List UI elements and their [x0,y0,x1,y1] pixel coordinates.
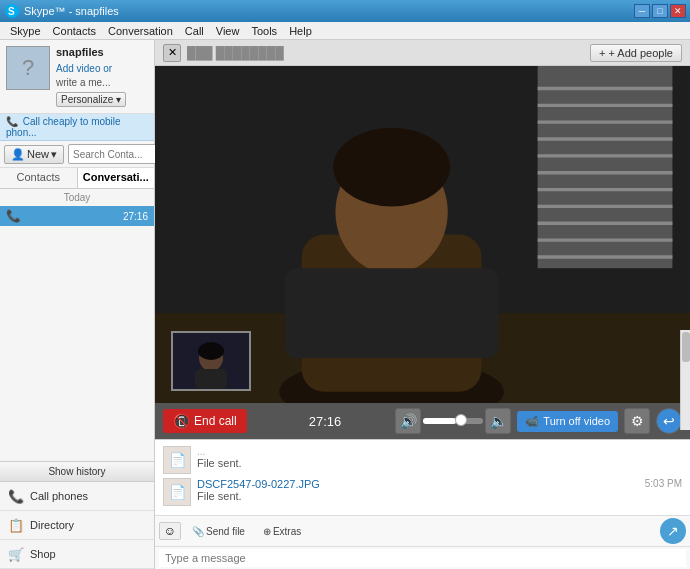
add-video-links: Add video or write a me... [56,61,126,89]
call-controls: 📵 End call 27:16 🔊 🔈 📹 Turn off video ⚙ … [155,403,690,439]
menu-call[interactable]: Call [179,24,210,38]
volume-control: 🔊 🔈 [395,408,511,434]
call-phones-icon: 📞 [8,488,24,504]
svg-point-24 [198,342,224,360]
conversation-item[interactable]: 📞 27:16 [0,206,154,226]
menu-view[interactable]: View [210,24,246,38]
tab-contacts[interactable]: Contacts [0,168,78,188]
shop-label: Shop [30,548,56,560]
window-buttons: ─ □ ✕ [634,4,686,18]
chat-message-2: 📄 DSCF2547-09-0227.JPG File sent. 5:03 P… [163,476,682,508]
chat-toolbar: ☺ 📎 Send file ⊕ Extras ↗ [155,516,690,547]
chat-messages: 📄 ... File sent. 📄 DSCF2547-09-0227.JPG … [155,440,690,515]
today-label: Today [0,189,154,206]
call-phones-label: Call phones [30,490,88,502]
person-add-icon: 👤 [11,148,25,161]
turn-off-video-button[interactable]: 📹 Turn off video [517,411,618,432]
chat-input-wrapper: ☺ 📎 Send file ⊕ Extras ↗ [155,515,690,569]
write-message-link[interactable]: write a me... [56,77,110,88]
tabs-row: Contacts Conversati... [0,168,154,189]
add-people-button[interactable]: + + Add people [590,44,682,62]
file-icon-1: 📄 [163,446,191,474]
send-file-button[interactable]: 📎 Send file [185,523,252,540]
sidebar-item-directory[interactable]: 📋 Directory [0,511,154,540]
menu-skype[interactable]: Skype [4,24,47,38]
volume-icon[interactable]: 🔊 [395,408,421,434]
menu-conversation[interactable]: Conversation [102,24,179,38]
send-message-button[interactable]: ↗ [660,518,686,544]
tab-conversations[interactable]: Conversati... [78,168,155,188]
new-search-row: 👤 New ▾ [0,141,154,168]
settings-icon[interactable]: ⚙ [624,408,650,434]
menu-bar: Skype Contacts Conversation Call View To… [0,22,690,40]
new-button[interactable]: 👤 New ▾ [4,145,64,164]
chat-input-area: ☺ 📎 Send file ⊕ Extras ↗ [155,515,690,569]
video-icon: 📹 [525,415,539,428]
phone-icon: 📞 [6,116,18,127]
end-call-icon: 📵 [173,413,190,429]
file-icon-2: 📄 [163,478,191,506]
volume-knob [455,414,467,426]
emoji-button[interactable]: ☺ [159,522,181,540]
video-main [155,66,690,403]
chat-file-sent-2: File sent. [197,490,320,502]
extras-icon: ⊕ [263,526,271,537]
conv-time: 27:16 [123,211,148,222]
show-history-button[interactable]: Show history [0,462,154,482]
menu-tools[interactable]: Tools [245,24,283,38]
self-video-thumbnail [171,331,251,391]
phone-call-icon: 📞 [6,209,21,223]
add-video-link[interactable]: Add video or [56,63,112,74]
more-options-icon[interactable]: ↩ [656,408,682,434]
svg-rect-25 [195,369,227,389]
call-header: ✕ ███ ████████ + + Add people [155,40,690,66]
sidebar-item-shop[interactable]: 🛒 Shop [0,540,154,569]
chat-scrollbar[interactable] [680,330,690,430]
volume-slider[interactable] [423,418,483,424]
extras-button[interactable]: ⊕ Extras [256,523,308,540]
thumbnail-inner [173,333,249,389]
call-close-button[interactable]: ✕ [163,44,181,62]
directory-icon: 📋 [8,517,24,533]
profile-section: ? snapfiles Add video or write a me... P… [0,40,154,114]
conversation-list: Today 📞 27:16 [0,189,154,461]
menu-contacts[interactable]: Contacts [47,24,102,38]
scrollbar-thumb[interactable] [682,332,690,362]
chat-message-1: 📄 ... File sent. [163,444,682,476]
sidebar-item-call-phones[interactable]: 📞 Call phones [0,482,154,511]
chat-msg-content-1: ... File sent. [197,446,682,469]
svg-text:S: S [8,6,15,17]
chat-area: 📄 ... File sent. 📄 DSCF2547-09-0227.JPG … [155,439,690,569]
add-people-icon: + [599,47,605,59]
end-call-button[interactable]: 📵 End call [163,409,247,433]
chat-msg-text-prev: ... [197,446,682,457]
directory-label: Directory [30,519,74,531]
content-area: ✕ ███ ████████ + + Add people [155,40,690,569]
maximize-button[interactable]: □ [652,4,668,18]
video-area [155,66,690,403]
window-title: Skype™ - snapfiles [24,5,634,17]
menu-help[interactable]: Help [283,24,318,38]
title-bar: S Skype™ - snapfiles ─ □ ✕ [0,0,690,22]
send-file-icon: 📎 [192,526,204,537]
svg-rect-21 [285,268,498,358]
avatar: ? [6,46,50,90]
profile-right: snapfiles Add video or write a me... Per… [56,46,126,107]
svg-point-20 [333,128,450,207]
call-cheaply-bar[interactable]: 📞 Call cheaply to mobile phon... [0,114,154,141]
chevron-down-icon: ▾ [51,148,57,161]
main-layout: ? snapfiles Add video or write a me... P… [0,40,690,569]
svg-rect-4 [538,66,673,268]
speaker-icon[interactable]: 🔈 [485,408,511,434]
close-button[interactable]: ✕ [670,4,686,18]
sidebar-bottom: Show history 📞 Call phones 📋 Directory 🛒… [0,461,154,569]
chat-msg-time: 5:03 PM [645,478,682,489]
chat-msg-content-2: DSCF2547-09-0227.JPG File sent. 5:03 PM [197,478,682,502]
chat-text-input[interactable] [159,549,686,567]
minimize-button[interactable]: ─ [634,4,650,18]
skype-logo: S [4,3,20,19]
chevron-down-icon: ▾ [116,94,121,105]
callee-name: ███ ████████ [187,46,590,60]
chat-file-sent-1: File sent. [197,457,682,469]
personalize-button[interactable]: Personalize ▾ [56,92,126,107]
